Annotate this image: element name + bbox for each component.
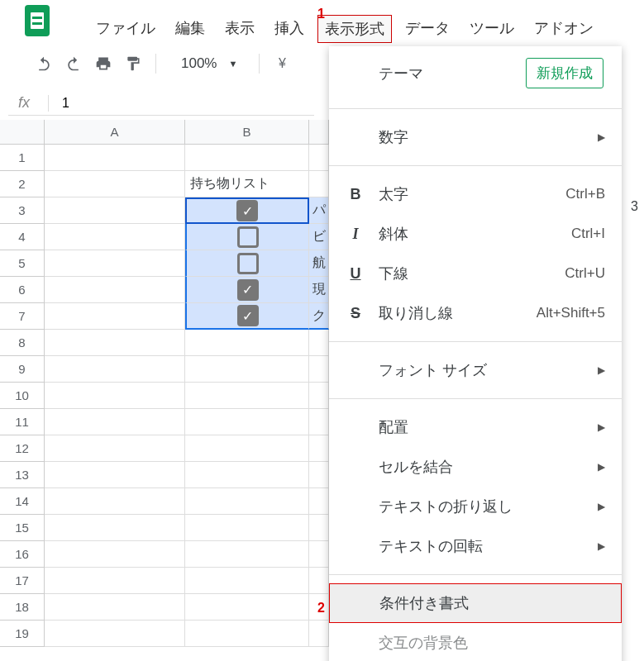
cell-B15[interactable] [185, 515, 309, 541]
row-header[interactable]: 11 [0, 409, 45, 435]
cell-C7[interactable]: ク [309, 303, 329, 330]
row-header[interactable]: 7 [0, 303, 45, 330]
cell-C11[interactable] [309, 409, 329, 435]
menu-item-conditional-format[interactable]: 条件付き書式 [329, 583, 622, 623]
cell-C2[interactable] [309, 171, 329, 197]
cell-B3[interactable]: ✓ [185, 197, 309, 224]
row-header[interactable]: 3 [0, 197, 45, 224]
cell-A6[interactable] [45, 277, 185, 303]
menu-item-italic[interactable]: I 斜体 Ctrl+I [329, 214, 622, 254]
cell-A5[interactable] [45, 250, 185, 277]
menu-item-bold[interactable]: B 太字 Ctrl+B [329, 174, 622, 214]
col-header-B[interactable]: B [185, 120, 309, 145]
menu-view[interactable]: 表示 [218, 15, 261, 43]
cell-B16[interactable] [185, 541, 309, 568]
print-button[interactable] [91, 51, 116, 76]
cell-C15[interactable] [309, 515, 329, 541]
cell-B18[interactable] [185, 594, 309, 621]
row-header[interactable]: 2 [0, 171, 45, 197]
cell-A8[interactable] [45, 330, 185, 356]
cell-B4[interactable] [185, 224, 309, 250]
cell-A12[interactable] [45, 435, 185, 462]
cell-A4[interactable] [45, 224, 185, 250]
cell-C1[interactable] [309, 145, 329, 171]
cell-A16[interactable] [45, 541, 185, 568]
cell-B2[interactable]: 持ち物リスト [185, 171, 309, 197]
menu-item-wrap[interactable]: テキストの折り返し ▶ [329, 487, 622, 526]
cell-C3[interactable]: パ [309, 197, 329, 224]
cell-B14[interactable] [185, 488, 309, 515]
menu-edit[interactable]: 編集 [169, 15, 212, 43]
formula-input[interactable] [49, 96, 314, 111]
menu-item-number[interactable]: 数字 ▶ [329, 117, 622, 157]
row-header[interactable]: 9 [0, 356, 45, 383]
cell-A18[interactable] [45, 594, 185, 621]
row-header[interactable]: 1 [0, 145, 45, 171]
select-all-corner[interactable] [0, 120, 45, 145]
cell-B5[interactable] [185, 250, 309, 277]
menu-item-strikethrough[interactable]: S 取り消し線 Alt+Shift+5 [329, 293, 622, 333]
cell-C4[interactable]: ビ [309, 224, 329, 250]
cell-A19[interactable] [45, 621, 185, 647]
new-theme-button[interactable]: 新規作成 [526, 58, 603, 88]
cell-C16[interactable] [309, 541, 329, 568]
cell-C19[interactable] [309, 621, 329, 647]
cell-C8[interactable] [309, 330, 329, 356]
undo-button[interactable] [31, 51, 56, 76]
cell-B17[interactable] [185, 568, 309, 594]
cell-C6[interactable]: 現 [309, 277, 329, 303]
cell-A2[interactable] [45, 171, 185, 197]
menu-item-alternating-colors[interactable]: 交互の背景色 [329, 623, 622, 661]
menu-item-align[interactable]: 配置 ▶ [329, 407, 622, 447]
cell-C17[interactable] [309, 568, 329, 594]
cell-A13[interactable] [45, 462, 185, 488]
cell-B11[interactable] [185, 409, 309, 435]
cell-C13[interactable] [309, 462, 329, 488]
menu-item-rotate[interactable]: テキストの回転 ▶ [329, 526, 622, 566]
menu-insert[interactable]: 挿入 [268, 15, 311, 43]
col-header-A[interactable]: A [45, 120, 185, 145]
menu-addons[interactable]: アドオン [527, 15, 600, 43]
cell-A9[interactable] [45, 356, 185, 383]
cell-C9[interactable] [309, 356, 329, 383]
checkbox-unchecked-icon[interactable] [237, 253, 259, 274]
zoom-dropdown[interactable]: 100% ▼ [181, 55, 237, 72]
sheets-app-icon[interactable] [25, 5, 50, 36]
redo-button[interactable] [61, 51, 86, 76]
menu-format[interactable]: 表示形式 [317, 15, 392, 43]
checkbox-checked-icon[interactable]: ✓ [237, 305, 259, 326]
currency-button[interactable]: ¥ [270, 51, 294, 76]
cell-B13[interactable] [185, 462, 309, 488]
cell-A15[interactable] [45, 515, 185, 541]
cell-B19[interactable] [185, 621, 309, 647]
row-header[interactable]: 5 [0, 250, 45, 277]
cell-A17[interactable] [45, 568, 185, 594]
row-header[interactable]: 10 [0, 383, 45, 409]
cell-A1[interactable] [45, 145, 185, 171]
menu-item-merge[interactable]: セルを結合 ▶ [329, 447, 622, 487]
row-header[interactable]: 15 [0, 515, 45, 541]
cell-C10[interactable] [309, 383, 329, 409]
cell-B12[interactable] [185, 435, 309, 462]
cell-A7[interactable] [45, 303, 185, 330]
cells-area[interactable]: 持ち物リスト ✓パ ビ 航 ✓現 ✓ク [45, 145, 329, 647]
row-header[interactable]: 19 [0, 621, 45, 647]
cell-A14[interactable] [45, 488, 185, 515]
cell-C12[interactable] [309, 435, 329, 462]
cell-A10[interactable] [45, 383, 185, 409]
cell-B6[interactable]: ✓ [185, 277, 309, 303]
cell-B8[interactable] [185, 330, 309, 356]
cell-C14[interactable] [309, 488, 329, 515]
menu-item-theme[interactable]: テーマ 新規作成 [329, 46, 622, 100]
cell-A3[interactable] [45, 197, 185, 224]
menu-file[interactable]: ファイル [89, 15, 162, 43]
menu-item-underline[interactable]: U 下線 Ctrl+U [329, 254, 622, 293]
row-header[interactable]: 18 [0, 594, 45, 621]
row-header[interactable]: 17 [0, 568, 45, 594]
row-header[interactable]: 16 [0, 541, 45, 568]
menu-item-fontsize[interactable]: フォント サイズ ▶ [329, 350, 622, 390]
cell-B7[interactable]: ✓ [185, 303, 309, 330]
row-header[interactable]: 13 [0, 462, 45, 488]
row-header[interactable]: 4 [0, 224, 45, 250]
checkbox-checked-icon[interactable]: ✓ [237, 279, 259, 301]
